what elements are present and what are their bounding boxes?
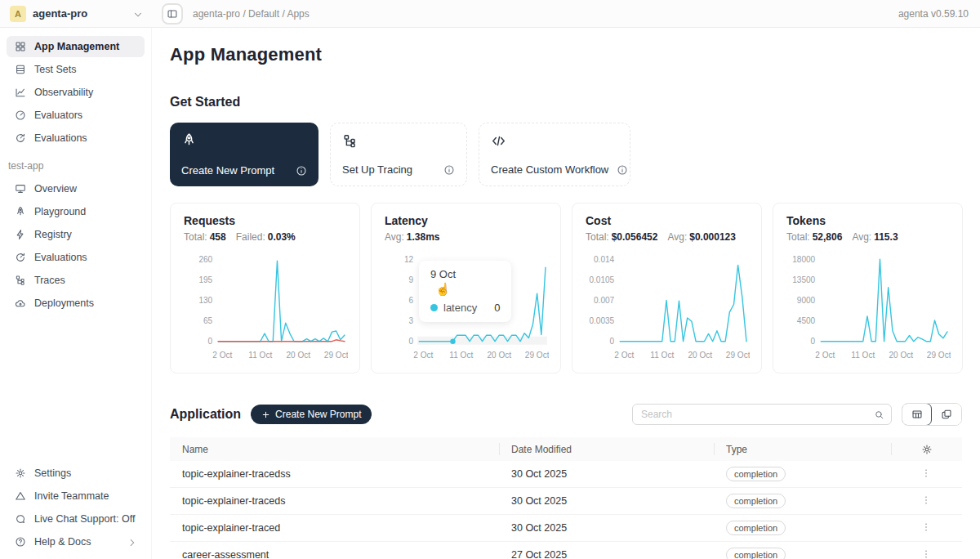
get-started-heading: Get Started (170, 95, 962, 110)
sidebar-item-label: Help & Docs (34, 536, 91, 548)
triangle-icon (15, 490, 26, 502)
chart-title: Requests (184, 214, 346, 227)
svg-text:20 Oct: 20 Oct (286, 351, 310, 360)
svg-text:3: 3 (409, 316, 414, 325)
monitor-icon (15, 183, 26, 195)
chart-title: Latency (385, 214, 547, 227)
sidebar-item-label: Observability (34, 87, 93, 98)
cost-chart-card: Cost Total:$0.056452 Avg:$0.000123 00.00… (572, 203, 762, 373)
sidebar-item-label: App Management (34, 41, 119, 52)
svg-text:0.0035: 0.0035 (589, 316, 614, 325)
svg-text:6: 6 (409, 296, 414, 305)
series-dot (430, 304, 438, 311)
requests-chart-card: Requests Total:458 Failed:0.03% 06513019… (170, 203, 360, 373)
sidebar-item-app-management[interactable]: App Management (7, 36, 145, 57)
svg-text:11 Oct: 11 Oct (650, 351, 674, 360)
card-view-button[interactable] (931, 404, 961, 425)
sidebar-item-registry[interactable]: Registry (7, 224, 145, 245)
breadcrumb[interactable]: agenta-pro / Default / Apps (193, 8, 310, 20)
card-label: Create New Prompt (181, 164, 274, 177)
applications-table: Name Date Modified Type topic-explainer-… (170, 437, 962, 559)
table-row[interactable]: career-assessment 27 Oct 2025 completion (170, 542, 962, 559)
rocket-icon (181, 132, 307, 148)
chevron-right-icon (127, 537, 136, 547)
search-input[interactable] (641, 409, 874, 420)
card-view-icon (941, 409, 952, 420)
app-date: 30 Oct 2025 (499, 495, 714, 507)
create-new-prompt-card[interactable]: Create New Prompt (170, 123, 318, 186)
app-section-label: test-app (8, 160, 143, 172)
sidebar-item-observability[interactable]: Observability (7, 82, 145, 103)
app-date: 27 Oct 2025 (499, 549, 714, 559)
app-name[interactable]: topic-explainer-traceds (170, 495, 499, 507)
app-name[interactable]: topic-explainer-tracedss (170, 468, 499, 480)
svg-text:260: 260 (198, 255, 212, 264)
bolt-icon (15, 229, 26, 240)
application-header: Application Create New Prompt (170, 403, 962, 426)
panel-left-icon (167, 8, 178, 20)
app-name[interactable]: topic-explainer-traced (170, 522, 499, 534)
set-up-tracing-card[interactable]: Set Up Tracing (330, 123, 467, 186)
table-rows-icon (15, 64, 26, 75)
info-icon[interactable] (296, 165, 307, 177)
column-header-name[interactable]: Name (170, 437, 499, 461)
column-header-type[interactable]: Type (714, 437, 891, 461)
sidebar-item-playground[interactable]: Playground (7, 201, 145, 222)
workspace-selector[interactable]: A agenta-pro (0, 6, 152, 22)
workspace-name: agenta-pro (33, 7, 126, 20)
sidebar-item-traces[interactable]: Traces (7, 270, 145, 291)
svg-text:9000: 9000 (797, 296, 816, 305)
kebab-menu-icon[interactable] (920, 494, 933, 508)
cost-line-chart[interactable]: 00.00350.0070.01050.0142 Oct11 Oct20 Oct… (586, 249, 748, 366)
svg-text:2 Oct: 2 Oct (413, 351, 433, 360)
requests-line-chart[interactable]: 0651301952602 Oct11 Oct20 Oct29 Oct (184, 249, 346, 366)
sidebar-item-label: Overview (34, 183, 77, 195)
sidebar-item-evaluators[interactable]: Evaluators (7, 105, 145, 126)
sidebar-item-overview[interactable]: Overview (7, 178, 145, 199)
cursor-hand-icon: ☝ (435, 282, 451, 297)
sidebar-item-settings[interactable]: Settings (7, 463, 145, 484)
kebab-menu-icon[interactable] (920, 521, 933, 534)
stat-failed: Failed:0.03% (236, 231, 296, 243)
sidebar-item-live-chat[interactable]: Live Chat Support: Off (7, 508, 145, 530)
column-header-date[interactable]: Date Modified (499, 437, 714, 461)
gear-icon (15, 467, 26, 479)
sidebar-item-app-evaluations[interactable]: Evaluations (7, 247, 145, 268)
plus-icon (261, 410, 270, 419)
sidebar-item-evaluations[interactable]: Evaluations (7, 127, 145, 149)
svg-text:0.007: 0.007 (594, 296, 615, 305)
speedometer-icon (15, 132, 26, 144)
svg-text:29 Oct: 29 Oct (927, 351, 951, 360)
column-settings-gear-icon[interactable] (921, 444, 933, 455)
kebab-menu-icon[interactable] (920, 548, 933, 559)
table-row[interactable]: topic-explainer-traceds 30 Oct 2025 comp… (170, 488, 962, 515)
svg-text:29 Oct: 29 Oct (324, 351, 348, 360)
search-box (632, 404, 892, 425)
kebab-menu-icon[interactable] (920, 467, 933, 481)
table-row[interactable]: topic-explainer-traced 30 Oct 2025 compl… (170, 515, 962, 542)
info-icon[interactable] (617, 164, 628, 176)
table-row[interactable]: topic-explainer-tracedss 30 Oct 2025 com… (170, 461, 962, 488)
metric-charts: Requests Total:458 Failed:0.03% 06513019… (170, 203, 962, 373)
type-badge: completion (726, 521, 786, 535)
sidebar-item-help-docs[interactable]: Help & Docs (7, 531, 145, 552)
sidebar-item-test-sets[interactable]: Test Sets (7, 59, 145, 80)
table-view-button[interactable] (902, 403, 932, 426)
sidebar-toggle-button[interactable] (162, 3, 183, 25)
chart-tooltip: 9 Oct ☝ latency 0 (419, 261, 511, 322)
create-custom-workflow-card[interactable]: Create Custom Workflow (479, 123, 630, 186)
tree-icon (342, 133, 455, 149)
tokens-line-chart[interactable]: 04500900013500180002 Oct11 Oct20 Oct29 O… (786, 249, 949, 366)
stat-avg: Avg:1.38ms (385, 231, 440, 243)
sidebar-item-invite-teammate[interactable]: Invite Teammate (7, 485, 145, 507)
svg-text:0.0105: 0.0105 (589, 275, 614, 284)
code-icon (491, 133, 618, 149)
card-label: Set Up Tracing (342, 163, 412, 176)
app-name[interactable]: career-assessment (170, 549, 499, 559)
info-icon[interactable] (443, 164, 455, 176)
app-version: agenta v0.59.10 (898, 8, 969, 20)
type-badge: completion (726, 467, 786, 481)
create-new-prompt-button[interactable]: Create New Prompt (251, 405, 372, 424)
sidebar-item-deployments[interactable]: Deployments (7, 293, 145, 314)
stat-avg: Avg:$0.000123 (667, 231, 736, 243)
